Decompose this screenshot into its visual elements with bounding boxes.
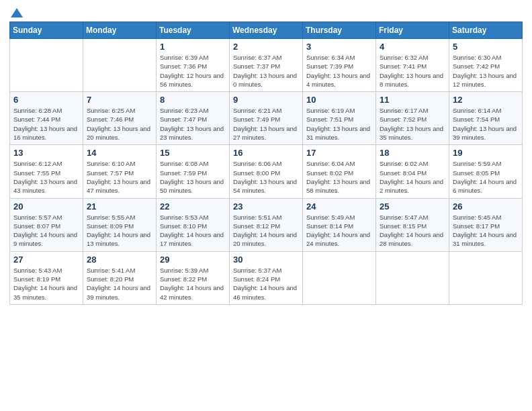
- day-cell: 23Sunrise: 5:51 AMSunset: 8:12 PMDayligh…: [230, 198, 303, 251]
- day-cell: [83, 39, 157, 92]
- day-info: Sunset: 8:17 PM: [453, 222, 519, 230]
- day-info: Sunrise: 5:51 AM: [233, 213, 299, 222]
- day-number: 10: [306, 95, 372, 105]
- day-cell: 27Sunrise: 5:43 AMSunset: 8:19 PMDayligh…: [10, 251, 83, 304]
- day-info: Sunset: 8:05 PM: [453, 169, 519, 177]
- day-info: Daylight: 14 hours and 28 minutes.: [380, 230, 445, 248]
- weekday-header-thursday: Thursday: [303, 22, 376, 39]
- day-info: Sunset: 7:54 PM: [453, 115, 519, 124]
- day-info: Sunset: 8:12 PM: [233, 222, 299, 230]
- weekday-header-monday: Monday: [83, 22, 157, 39]
- day-info: Daylight: 13 hours and 8 minutes.: [380, 71, 445, 89]
- day-info: Daylight: 13 hours and 58 minutes.: [306, 177, 372, 195]
- day-info: Sunrise: 5:39 AM: [160, 266, 226, 275]
- day-info: Sunrise: 6:25 AM: [87, 106, 152, 115]
- day-cell: 15Sunrise: 6:08 AMSunset: 7:59 PMDayligh…: [157, 145, 230, 198]
- day-info: Daylight: 13 hours and 50 minutes.: [160, 177, 226, 195]
- day-info: Daylight: 14 hours and 35 minutes.: [13, 283, 79, 302]
- day-info: Sunset: 8:20 PM: [87, 275, 152, 283]
- day-info: Daylight: 13 hours and 35 minutes.: [380, 124, 445, 142]
- day-info: Sunset: 8:10 PM: [160, 222, 226, 230]
- day-info: Daylight: 13 hours and 43 minutes.: [13, 177, 79, 195]
- day-number: 17: [306, 148, 372, 158]
- day-info: Daylight: 13 hours and 0 minutes.: [233, 71, 299, 89]
- day-info: Sunset: 8:00 PM: [233, 169, 299, 177]
- day-info: Daylight: 14 hours and 42 minutes.: [160, 283, 226, 302]
- day-info: Daylight: 14 hours and 6 minutes.: [453, 177, 519, 195]
- day-info: Sunset: 7:37 PM: [233, 62, 299, 71]
- logo-general: [9, 11, 23, 17]
- day-cell: 29Sunrise: 5:39 AMSunset: 8:22 PMDayligh…: [157, 251, 230, 304]
- day-cell: 13Sunrise: 6:12 AMSunset: 7:55 PMDayligh…: [10, 145, 83, 198]
- day-number: 16: [233, 148, 299, 158]
- day-number: 13: [13, 148, 79, 158]
- day-cell: 24Sunrise: 5:49 AMSunset: 8:14 PMDayligh…: [303, 198, 376, 251]
- day-number: 29: [160, 255, 226, 265]
- day-cell: 1Sunrise: 6:39 AMSunset: 7:36 PMDaylight…: [157, 39, 230, 92]
- weekday-header-row: SundayMondayTuesdayWednesdayThursdayFrid…: [10, 22, 523, 39]
- day-info: Sunrise: 6:12 AM: [13, 159, 79, 168]
- week-row-4: 20Sunrise: 5:57 AMSunset: 8:07 PMDayligh…: [10, 198, 523, 251]
- day-info: Sunset: 7:47 PM: [160, 115, 226, 124]
- day-info: Sunset: 7:59 PM: [160, 169, 226, 177]
- day-info: Sunrise: 5:55 AM: [87, 213, 152, 222]
- logo: [9, 11, 23, 16]
- day-cell: 8Sunrise: 6:23 AMSunset: 7:47 PMDaylight…: [157, 92, 230, 145]
- day-info: Sunrise: 6:21 AM: [233, 106, 299, 115]
- day-info: Daylight: 14 hours and 20 minutes.: [233, 230, 299, 248]
- day-number: 20: [13, 201, 79, 212]
- day-info: Sunrise: 6:39 AM: [160, 53, 226, 62]
- day-cell: 2Sunrise: 6:37 AMSunset: 7:37 PMDaylight…: [230, 39, 303, 92]
- day-info: Sunrise: 6:10 AM: [87, 159, 152, 168]
- day-number: 28: [87, 255, 152, 265]
- day-info: Daylight: 14 hours and 2 minutes.: [380, 177, 445, 195]
- day-info: Sunrise: 6:04 AM: [306, 159, 372, 168]
- logo-icon: [11, 8, 23, 17]
- day-number: 24: [306, 201, 372, 212]
- day-info: Sunrise: 5:57 AM: [13, 213, 79, 222]
- day-number: 2: [233, 42, 299, 52]
- day-number: 4: [380, 42, 445, 52]
- week-row-2: 6Sunrise: 6:28 AMSunset: 7:44 PMDaylight…: [10, 92, 523, 145]
- day-info: Daylight: 13 hours and 47 minutes.: [87, 177, 152, 195]
- day-cell: 7Sunrise: 6:25 AMSunset: 7:46 PMDaylight…: [83, 92, 157, 145]
- day-cell: [449, 251, 523, 304]
- day-info: Sunrise: 6:06 AM: [233, 159, 299, 168]
- day-info: Daylight: 13 hours and 27 minutes.: [233, 124, 299, 142]
- day-number: 21: [87, 201, 152, 212]
- week-row-3: 13Sunrise: 6:12 AMSunset: 7:55 PMDayligh…: [10, 145, 523, 198]
- day-number: 14: [87, 148, 152, 158]
- day-number: 18: [380, 148, 445, 158]
- day-number: 11: [380, 95, 445, 105]
- day-number: 6: [13, 95, 79, 105]
- day-cell: 10Sunrise: 6:19 AMSunset: 7:51 PMDayligh…: [303, 92, 376, 145]
- day-cell: 12Sunrise: 6:14 AMSunset: 7:54 PMDayligh…: [449, 92, 523, 145]
- day-info: Sunrise: 5:49 AM: [306, 213, 372, 222]
- day-info: Sunrise: 6:14 AM: [453, 106, 519, 115]
- day-info: Daylight: 14 hours and 13 minutes.: [87, 230, 152, 248]
- day-info: Sunset: 8:15 PM: [380, 222, 445, 230]
- day-info: Sunrise: 5:53 AM: [160, 213, 226, 222]
- day-number: 15: [160, 148, 226, 158]
- day-number: 22: [160, 201, 226, 212]
- day-info: Daylight: 13 hours and 4 minutes.: [306, 71, 372, 89]
- day-info: Daylight: 14 hours and 9 minutes.: [13, 230, 79, 248]
- logo-text: [9, 11, 23, 16]
- day-cell: 21Sunrise: 5:55 AMSunset: 8:09 PMDayligh…: [83, 198, 157, 251]
- day-cell: 18Sunrise: 6:02 AMSunset: 8:04 PMDayligh…: [376, 145, 449, 198]
- day-info: Sunset: 7:51 PM: [306, 115, 372, 124]
- day-number: 7: [87, 95, 152, 105]
- calendar-page: SundayMondayTuesdayWednesdayThursdayFrid…: [0, 0, 532, 314]
- week-row-1: 1Sunrise: 6:39 AMSunset: 7:36 PMDaylight…: [10, 39, 523, 92]
- day-cell: 20Sunrise: 5:57 AMSunset: 8:07 PMDayligh…: [10, 198, 83, 251]
- day-number: 25: [380, 201, 445, 212]
- day-number: 27: [13, 255, 79, 265]
- day-cell: [10, 39, 83, 92]
- calendar-table: SundayMondayTuesdayWednesdayThursdayFrid…: [9, 21, 523, 305]
- day-cell: 14Sunrise: 6:10 AMSunset: 7:57 PMDayligh…: [83, 145, 157, 198]
- weekday-header-tuesday: Tuesday: [157, 22, 230, 39]
- day-info: Sunset: 7:41 PM: [380, 62, 445, 71]
- day-info: Sunrise: 6:34 AM: [306, 53, 372, 62]
- day-info: Sunrise: 5:43 AM: [13, 266, 79, 275]
- day-info: Sunset: 8:19 PM: [13, 275, 79, 283]
